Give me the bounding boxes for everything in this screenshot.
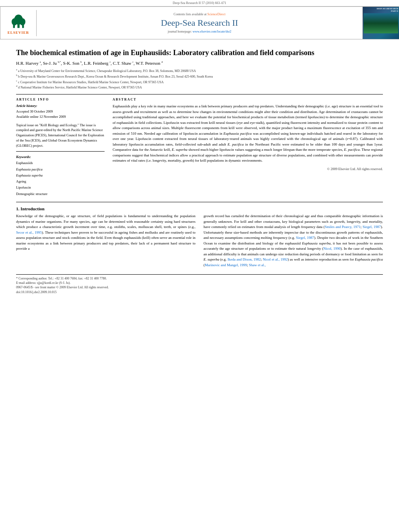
abstract-header: ABSTRACT	[113, 98, 383, 101]
siegel87b-ref-link[interactable]: Siegel, 1987	[296, 236, 314, 240]
copyright-line: © 2009 Elsevier Ltd. All rights reserved…	[113, 167, 383, 171]
intro-left-col: Knowledge of the demographic, or age str…	[16, 214, 195, 270]
header-divider	[16, 94, 383, 94]
keyword-3: Euphausia superba	[16, 173, 105, 179]
accepted-date: Accepted 30 October 2009	[16, 109, 105, 114]
contents-available-text: Contents lists available at ScienceDirec…	[41, 12, 358, 16]
footnote-email: E-mail address: sjju@kordi.re.kr (S-J. J…	[16, 281, 383, 285]
footnote-doi: doi:10.1016/j.dsr2.2009.10.015	[16, 290, 383, 294]
secor-ref-link[interactable]: Secor et al., 1995	[16, 230, 42, 234]
authors-line: H.R. Harvey a, Se-J. Ju b,*, S-K. Son b,…	[16, 61, 383, 66]
section-divider	[16, 202, 383, 202]
elsevier-tree-icon	[8, 12, 29, 30]
journal-title: Deep-Sea Research II	[41, 18, 358, 28]
keywords-section: Keywords: Euphausiids Euphausia pacifica…	[16, 155, 105, 197]
journal-homepage-line: journal homepage: www.elsevier.com/locat…	[41, 30, 358, 33]
history-label: Article history:	[16, 104, 105, 108]
abstract-text: Euphausiids play a key role in many mari…	[113, 104, 383, 164]
introduction-title: 1. Introduction	[16, 206, 383, 211]
journal-homepage-link[interactable]: www.elsevier.com/locate/dsr2	[193, 30, 231, 33]
article-info-header: ARTICLE INFO	[16, 98, 105, 101]
elsevier-logo-area: ELSEVIER	[0, 10, 37, 36]
keyword-5: Lipofuscin	[16, 185, 105, 191]
article-info-column: ARTICLE INFO Article history: Accepted 3…	[16, 98, 105, 197]
article-history: Article history: Accepted 30 October 200…	[16, 104, 105, 119]
nicol92-ref-link[interactable]: Nicol et al., 1992	[263, 257, 288, 261]
ikeda-ref-link[interactable]: Ikeda and Dixon, 1982	[228, 257, 261, 261]
cover-image	[364, 13, 398, 33]
journal-reference: Deep-Sea Research II 57 (2010) 663–671	[0, 0, 399, 6]
article-title: The biochemical estimation of age in Eup…	[16, 48, 383, 58]
keyword-2: Euphausia pacifica	[16, 166, 105, 173]
affiliations: a a University of Maryland Center for En…	[16, 68, 383, 90]
available-date: Available online 12 November 2009	[16, 114, 105, 119]
marinovic-ref-link[interactable]: Marinovic and Mangel, 1999	[205, 263, 247, 267]
footnote-corresponding: * Corresponding author. Tel.: +82 31 400…	[16, 276, 383, 281]
keyword-6: Demographic structure	[16, 191, 105, 197]
nicol90-ref-link[interactable]: Nicol, 1990	[323, 246, 341, 251]
introduction-section: 1. Introduction Knowledge of the demogra…	[16, 206, 383, 270]
affiliation-c: c c Cooperative Institute for Marine Res…	[16, 79, 383, 85]
info-divider	[16, 151, 105, 152]
footnote-issn: 0967-0645/$ - see front matter © 2009 El…	[16, 285, 383, 290]
abstract-column: ABSTRACT Euphausiids play a key role in …	[113, 98, 383, 197]
smiles-ref-link[interactable]: Smiles and Pearcy, 1971	[325, 225, 360, 229]
cover-title: DEEP-SEA RESEARCH PART II	[377, 8, 398, 12]
sciencedirect-link[interactable]: ScienceDirect	[208, 12, 226, 16]
affiliation-a: a a University of Maryland Center for En…	[16, 68, 383, 74]
siegel87-ref-link[interactable]: Siegel, 1987	[363, 225, 381, 229]
footnote-area: * Corresponding author. Tel.: +82 31 400…	[16, 274, 383, 294]
svg-rect-5	[22, 24, 24, 28]
elsevier-text: ELSEVIER	[8, 31, 29, 35]
keyword-4: Ageing	[16, 179, 105, 185]
keywords-list: Euphausiids Euphausia pacifica Euphausia…	[16, 160, 105, 197]
affiliation-b: b b Deep-sea & Marine Georesources Resea…	[16, 74, 383, 79]
intro-right-col: growth record has curtailed the determin…	[204, 214, 383, 270]
svg-rect-4	[13, 24, 15, 28]
journal-title-area: Contents lists available at ScienceDirec…	[37, 10, 362, 36]
shaw-ref-link[interactable]: Shaw et al.,	[249, 263, 266, 267]
keywords-label: Keywords:	[16, 155, 105, 159]
journal-cover-area: DEEP-SEA RESEARCH PART II	[362, 7, 399, 39]
topical-note: Topical issue on "Krill Biology and Ecol…	[16, 123, 105, 148]
affiliation-d: d d National Marine Fisheries Service, H…	[16, 84, 383, 90]
keyword-1: Euphausiids	[16, 160, 105, 166]
